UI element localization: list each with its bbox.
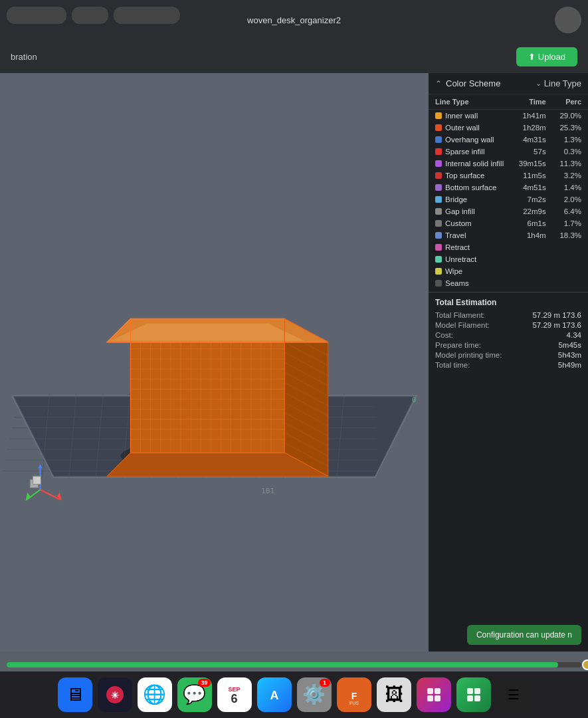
messages-badge: 39 (198, 679, 210, 687)
color-swatch-7 (435, 196, 442, 203)
row-name-11: Retract (445, 243, 470, 251)
row-label-13: Wipe (429, 265, 512, 277)
color-swatch-1 (435, 124, 442, 131)
table-row[interactable]: Travel 1h4m 18.3% (429, 229, 588, 241)
line-type-dropdown[interactable]: ⌄ Line Type (536, 78, 581, 88)
total-row-2: Cost: 4.34 (435, 331, 581, 339)
dock-item-finder[interactable]: 🖥 (58, 677, 92, 712)
dock-item-flowchart2[interactable] (456, 677, 491, 712)
col-header-type: Line Type (429, 94, 512, 110)
progress-track[interactable] (7, 662, 581, 667)
svg-text:F: F (351, 691, 357, 701)
dropdown-arrow-icon: ⌄ (536, 79, 541, 88)
line-type-table: Line Type Time Perc Inner wall 1h41m 29.… (429, 94, 588, 289)
row-time-10: 1h4m (512, 229, 553, 241)
table-row[interactable]: Wipe (429, 265, 588, 277)
row-time-1: 1h28m (512, 122, 553, 134)
dock-item-anker[interactable]: ✳ (98, 677, 132, 712)
row-label-14: Seams (429, 277, 512, 289)
svg-rect-92 (474, 688, 480, 694)
row-name-2: Overhang wall (445, 136, 494, 144)
table-row[interactable]: Top surface 11m5s 3.2% (429, 170, 588, 181)
dock-item-flowchart1[interactable] (417, 677, 451, 712)
3d-viewport[interactable]: 101 0 (0, 73, 429, 652)
color-scheme-section[interactable]: ⌃ Color Scheme (435, 78, 532, 88)
col-header-time: Time (512, 94, 553, 110)
table-row[interactable]: Outer wall 1h28m 25.3% (429, 122, 588, 134)
line-type-label: Line Type (544, 78, 581, 88)
row-name-13: Wipe (445, 267, 462, 275)
row-pct-6: 1.4% (553, 181, 588, 193)
total-value-0: 57.29 m 173.6 (532, 311, 581, 319)
svg-rect-93 (467, 695, 473, 701)
row-name-4: Internal solid infill (445, 160, 504, 168)
dock-item-preview[interactable]: 🖼 (377, 677, 411, 712)
anker-icon: ✳ (105, 685, 125, 705)
svg-rect-91 (467, 688, 473, 694)
dock-item-calendar[interactable]: SEP 6 (217, 677, 252, 712)
row-pct-7: 2.0% (553, 193, 588, 205)
dock-item-messages[interactable]: 💬 39 (177, 677, 212, 712)
progress-thumb[interactable] (582, 659, 588, 670)
table-row[interactable]: Internal solid infill 39m15s 11.3% (429, 158, 588, 170)
row-name-9: Custom (445, 219, 472, 227)
color-swatch-11 (435, 244, 442, 251)
table-row[interactable]: Sparse infill 57s 0.3% (429, 146, 588, 158)
table-row[interactable]: Unretract (429, 253, 588, 265)
row-label-5: Top surface (429, 170, 512, 181)
row-pct-13 (553, 265, 588, 277)
dock-item-fusion[interactable]: F FUS (337, 677, 371, 712)
top-pill-1[interactable] (7, 7, 66, 24)
row-name-10: Travel (445, 231, 466, 239)
total-value-2: 4.34 (567, 331, 581, 339)
top-pill-2[interactable] (72, 7, 108, 24)
row-name-6: Bottom surface (445, 183, 496, 191)
row-label-3: Sparse infill (429, 146, 512, 158)
svg-text:101: 101 (261, 487, 274, 495)
row-label-10: Travel (429, 229, 512, 241)
appstore-icon: A (264, 685, 284, 705)
row-pct-1: 25.3% (553, 122, 588, 134)
table-row[interactable]: Bridge 7m2s 2.0% (429, 193, 588, 205)
total-row-1: Model Filament: 57.29 m 173.6 (435, 321, 581, 329)
svg-rect-80 (33, 476, 41, 484)
row-pct-2: 1.3% (553, 134, 588, 146)
upload-button[interactable]: ⬆ Upload (516, 47, 577, 66)
progress-container[interactable] (0, 658, 588, 671)
total-estimation-section: Total Estimation Total Filament: 57.29 m… (429, 292, 588, 376)
row-time-0: 1h41m (512, 110, 553, 122)
row-time-13 (512, 265, 553, 277)
total-label-3: Prepare time: (435, 341, 481, 349)
dock-item-chrome[interactable]: 🌐 (138, 677, 172, 712)
row-time-2: 4m31s (512, 134, 553, 146)
flowchart2-icon (464, 685, 483, 704)
table-row[interactable]: Inner wall 1h41m 29.0% (429, 110, 588, 122)
table-row[interactable]: Custom 6m1s 1.7% (429, 217, 588, 229)
row-label-0: Inner wall (429, 110, 512, 122)
row-label-7: Bridge (429, 193, 512, 205)
total-row-5: Total time: 5h49m (435, 361, 581, 369)
dock-item-system2[interactable]: ☰ (496, 677, 531, 712)
top-bar: woven_desk_organizer2 (0, 0, 588, 40)
color-swatch-0 (435, 112, 442, 119)
color-swatch-3 (435, 148, 442, 155)
col-header-pct: Perc (553, 94, 588, 110)
total-title: Total Estimation (435, 298, 581, 307)
row-label-9: Custom (429, 217, 512, 229)
color-swatch-9 (435, 220, 442, 227)
table-row[interactable]: Seams (429, 277, 588, 289)
row-time-4: 39m15s (512, 158, 553, 170)
table-row[interactable]: Bottom surface 4m51s 1.4% (429, 181, 588, 193)
total-value-3: 5m45s (558, 341, 581, 349)
row-pct-9: 1.7% (553, 217, 588, 229)
table-row[interactable]: Retract (429, 241, 588, 253)
row-label-2: Overhang wall (429, 134, 512, 146)
top-circle-btn[interactable] (555, 7, 581, 33)
top-left-controls (7, 7, 180, 24)
dock-item-sysprefs[interactable]: ⚙️ 1 (297, 677, 332, 712)
top-pill-3[interactable] (114, 7, 180, 24)
dock-item-appstore[interactable]: A (257, 677, 292, 712)
table-row[interactable]: Overhang wall 4m31s 1.3% (429, 134, 588, 146)
table-row[interactable]: Gap infill 22m9s 6.4% (429, 205, 588, 217)
row-name-14: Seams (445, 279, 469, 287)
